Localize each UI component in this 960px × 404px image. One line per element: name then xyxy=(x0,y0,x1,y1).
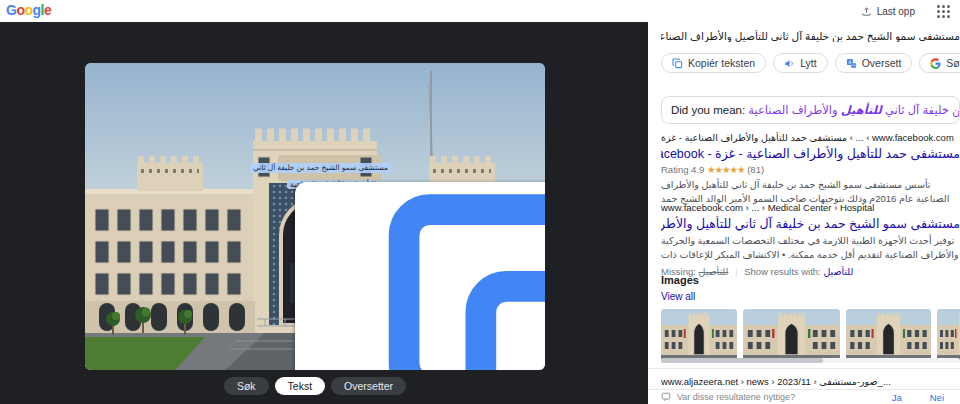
copy-icon xyxy=(302,184,545,370)
google-lens-results-page: Google Last opp xyxy=(0,0,960,404)
sign-text-line1: مستشفى سمو الشيخ حمد بن خليفة آل ثاني xyxy=(250,163,391,173)
speaker-icon xyxy=(784,58,795,69)
image-thumbnail[interactable] xyxy=(661,309,737,361)
images-section-title: Images xyxy=(661,274,960,286)
translate-label: Oversett xyxy=(862,57,902,69)
upload-button[interactable]: Last opp xyxy=(861,6,915,17)
image-thumbnails-row xyxy=(661,309,960,361)
review-count: (81) xyxy=(747,164,764,175)
upload-icon xyxy=(861,6,872,17)
image-thumbnail[interactable] xyxy=(846,309,931,361)
image-thumbnail[interactable] xyxy=(937,309,960,361)
did-you-mean-suggestion: مستشفى سمو الشيخ حمد بن خليفة آل ثاني لل… xyxy=(748,104,960,116)
thumbnails-scrollbar-track xyxy=(661,358,960,363)
mode-text-button[interactable]: Tekst xyxy=(275,377,326,395)
copy-overlay-button[interactable]: Kopiér xyxy=(295,182,545,370)
translate-button[interactable]: A Oversett xyxy=(835,53,913,73)
apps-grid-icon[interactable] xyxy=(937,5,950,18)
did-you-mean-label: Did you mean: xyxy=(671,104,748,116)
text-actions-row: Kopiér teksten Lytt A Oversett Søk xyxy=(661,53,960,73)
image-thumbnail[interactable] xyxy=(743,309,840,361)
rating-label: Rating 4.9 xyxy=(661,164,704,175)
feedback-no-link[interactable]: Nei xyxy=(930,392,944,403)
results-panel: مستشفى سمو الشيخ حمد بن خليفة آل ثاني لل… xyxy=(648,22,960,404)
search-text-button[interactable]: Søk xyxy=(919,53,960,73)
detected-text: مستشفى سمو الشيخ حمد بن خليفة آل ثاني لل… xyxy=(661,30,960,42)
copy-icon xyxy=(672,58,683,69)
rating-stars: ★★★★★ xyxy=(707,164,745,175)
result-title-link[interactable]: مستشفى حمد للتأهيل والأطراف الصناعية - غ… xyxy=(661,146,960,161)
section-divider xyxy=(648,368,960,369)
google-logo[interactable]: Google xyxy=(6,2,51,18)
lens-mode-switcher: Søk Tekst Oversetter xyxy=(85,377,545,395)
copy-text-label: Kopiér teksten xyxy=(688,57,755,69)
listen-label: Lytt xyxy=(800,57,817,69)
feedback-icon xyxy=(661,392,671,402)
google-g-icon xyxy=(930,58,941,69)
lens-image-viewer: مستشفى سمو الشيخ حمد بن خليفة آل ثاني لل… xyxy=(0,22,648,404)
search-text-label: Søk xyxy=(946,57,960,69)
feedback-yes-link[interactable]: Ja xyxy=(892,392,902,403)
uploaded-photo[interactable]: مستشفى سمو الشيخ حمد بن خليفة آل ثاني لل… xyxy=(85,63,545,370)
mode-search-button[interactable]: Søk xyxy=(224,377,269,395)
search-result: www.facebook.com › ... › Medical Center … xyxy=(661,202,960,277)
result-breadcrumb: www.facebook.com › ... › مستشفى حمد للتأ… xyxy=(661,132,960,143)
search-result: www.facebook.com › ... › مستشفى حمد للتأ… xyxy=(661,132,960,206)
feedback-question: Var disse resultatene nyttige? xyxy=(677,392,795,402)
result-rating: Rating 4.9 ★★★★★ (81) xyxy=(661,164,960,175)
thumbnails-scrollbar-thumb[interactable] xyxy=(661,358,823,363)
feedback-bar: Var disse resultatene nyttige? Ja Nei xyxy=(648,389,960,404)
listen-button[interactable]: Lytt xyxy=(773,53,828,73)
did-you-mean-box[interactable]: Did you mean: مستشفى سمو الشيخ حمد بن خل… xyxy=(661,96,960,124)
top-bar: Google Last opp xyxy=(0,0,960,22)
upload-label: Last opp xyxy=(877,6,915,17)
copy-text-button[interactable]: Kopiér teksten xyxy=(661,53,766,73)
result-breadcrumb: www.facebook.com › ... › Medical Center … xyxy=(661,202,960,213)
images-section: Images View all xyxy=(661,274,960,361)
result-snippet: توفير أحدث الأجهزة الطبية اللازمة في مخت… xyxy=(661,234,960,262)
mode-translate-button[interactable]: Oversetter xyxy=(331,377,406,395)
view-all-link[interactable]: View all xyxy=(661,291,695,302)
result-breadcrumb: www.aljazeera.net › news › 2023/11 › صور… xyxy=(661,376,960,387)
translate-icon: A xyxy=(846,58,857,69)
result-title-link[interactable]: مستشفى سمو الشيخ حمد بن خليفة آل ثاني لل… xyxy=(661,216,960,231)
